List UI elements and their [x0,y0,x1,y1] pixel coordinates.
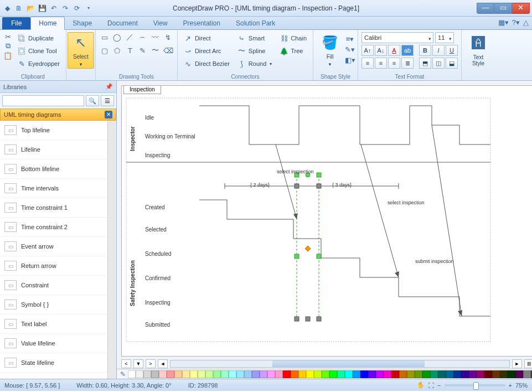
color-swatch[interactable] [500,370,508,378]
library-item[interactable]: ▭State lifeline [0,353,107,373]
color-swatch[interactable] [159,370,167,378]
page-tab[interactable]: Inspection [123,85,161,94]
library-item[interactable]: ▭Event arrow [0,237,107,256]
maximize-button[interactable]: ▭ [494,3,512,14]
direct-bezier-button[interactable]: ∿Direct Bezier [181,58,233,70]
color-swatch[interactable] [360,370,368,378]
qat-save-icon[interactable]: 💾 [37,3,47,13]
spline-button[interactable]: 〜Spline [235,45,275,57]
library-item[interactable]: ▭Lifeline [0,140,107,159]
duplicate-button[interactable]: ⿻Duplicate [14,32,63,44]
library-item[interactable]: ▭Time constraint 1 [0,198,107,218]
search-button[interactable]: 🔍 [86,95,99,106]
color-swatch[interactable] [205,370,213,378]
canvas[interactable]: Inspection [121,85,532,357]
eyedropper-button[interactable]: ✎Eyedropper [14,58,63,70]
hscroll-right[interactable]: ► [512,359,522,368]
valign-mid-icon[interactable]: ◫ [432,58,445,69]
color-swatch[interactable] [469,370,477,378]
color-swatch[interactable] [484,370,492,378]
tab-shape[interactable]: Shape [65,17,100,29]
direct-button[interactable]: ↗Direct [181,32,233,44]
round-button[interactable]: ⟆Round▾ [235,58,275,70]
library-item[interactable]: ▭Symbol { } [0,295,107,314]
color-swatch[interactable] [492,370,500,378]
hscroll-left[interactable]: ◄ [158,359,168,368]
shape-rounded-icon[interactable]: ▢ [99,45,110,55]
library-item[interactable]: ▭Return arrow [0,256,107,276]
qat-undo-icon[interactable]: ↶ [49,3,59,13]
cut-icon[interactable]: ✂ [3,32,12,41]
color-swatch[interactable] [430,370,438,378]
chain-button[interactable]: ⛓Chain [277,32,309,44]
library-item[interactable]: ▭Constraint [0,276,107,295]
color-swatch[interactable] [213,370,221,378]
ribbon-help-icon[interactable]: ?▾ [512,18,520,27]
color-swatch[interactable] [438,370,446,378]
color-swatch[interactable] [306,370,314,378]
color-swatch[interactable] [422,370,430,378]
align-right-icon[interactable]: ≡ [388,58,400,69]
font-family-combo[interactable]: Calibri [361,32,433,43]
color-swatch[interactable] [291,370,298,378]
color-swatch[interactable] [143,370,151,378]
ribbon-collapse-icon[interactable]: △ [523,18,529,27]
shape-polygon-icon[interactable]: ⬠ [112,45,123,55]
text-style-button[interactable]: 🅰 Text Style [465,32,492,69]
color-swatch[interactable] [329,370,337,378]
color-swatch[interactable] [368,370,376,378]
color-swatch[interactable] [190,370,198,378]
line-color-icon[interactable]: ✎▾ [345,45,354,54]
shape-ellipse-icon[interactable]: ◯ [112,32,123,42]
shadow-icon[interactable]: ◧▾ [345,55,354,64]
zoom-in-button[interactable]: + [509,382,512,389]
color-swatch[interactable] [174,370,182,378]
color-swatch[interactable] [244,370,252,378]
color-swatch[interactable] [128,370,136,378]
shape-rect-icon[interactable]: ▭ [99,32,110,42]
select-button[interactable]: ↖ Select ▼ [68,32,94,69]
qat-refresh-icon[interactable]: ⟳ [72,3,82,13]
search-options-button[interactable]: ☰ [101,95,114,106]
paste-icon[interactable]: 📋 [3,51,12,60]
color-swatch[interactable] [314,370,322,378]
library-scrollbar[interactable] [107,121,116,379]
color-swatch[interactable] [252,370,260,378]
shape-polyline-icon[interactable]: ↯ [163,32,174,42]
shape-erase-icon[interactable]: ⌫ [163,45,174,55]
library-item[interactable]: ▭Value lifeline [0,334,107,353]
qat-open-icon[interactable]: 📂 [25,3,35,13]
minimize-button[interactable]: — [477,3,494,14]
color-swatch[interactable] [136,370,143,378]
fill-button[interactable]: 🪣 Fill▼ [317,32,343,69]
close-library-icon[interactable]: ✕ [105,111,112,118]
library-item[interactable]: ▭Text label [0,314,107,334]
page-prev-button[interactable]: < [121,359,131,368]
color-swatch[interactable] [477,370,484,378]
library-item[interactable]: ▭Time constraint 2 [0,218,107,237]
horizontal-scrollbar[interactable] [170,360,510,368]
shape-curve-icon[interactable]: 〰 [150,32,161,42]
align-justify-icon[interactable]: ≣ [401,58,414,69]
color-swatch[interactable] [345,370,353,378]
clone-tool-button[interactable]: ⿴Clone Tool [14,45,63,57]
color-swatch[interactable] [236,370,244,378]
fit-icon[interactable]: ⛶ [428,382,434,389]
shape-line-icon[interactable]: ／ [125,32,136,42]
color-swatch[interactable] [515,370,523,378]
color-swatch[interactable] [275,370,283,378]
file-tab[interactable]: File [2,17,30,29]
color-swatch[interactable] [376,370,384,378]
qat-more-icon[interactable]: ▾ [84,3,94,13]
pin-icon[interactable]: 📌 [105,83,113,90]
library-category[interactable]: UML timing diagrams ✕ [0,109,116,121]
qat-redo-icon[interactable]: ↷ [60,3,70,13]
page-menu-button[interactable]: ▼ [133,359,143,368]
color-swatch[interactable] [508,370,515,378]
color-swatch[interactable] [221,370,229,378]
font-shrink-icon[interactable]: A↓ [375,45,387,56]
tab-solution-park[interactable]: Solution Park [228,17,283,29]
zoom-slider[interactable] [445,384,505,386]
color-swatch[interactable] [391,370,399,378]
smart-button[interactable]: ⤷Smart [235,32,275,44]
